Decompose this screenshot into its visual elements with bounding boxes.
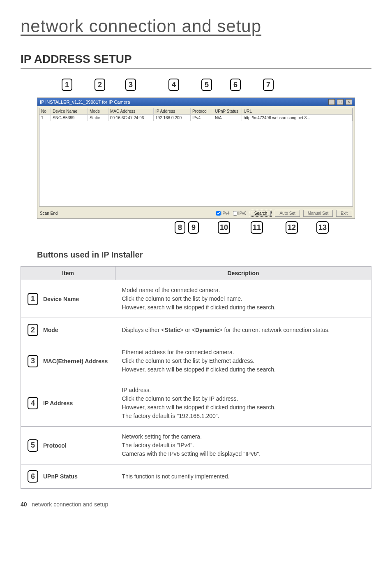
- col-proto-header[interactable]: Protocol: [191, 108, 213, 114]
- col-ip-header[interactable]: IP Address: [154, 108, 191, 114]
- row-number-icon: 3: [28, 355, 38, 367]
- desc-cell: Ethernet address for the connected camer…: [115, 342, 371, 380]
- ipv6-checkbox[interactable]: IPv6: [233, 211, 247, 216]
- col-device-header[interactable]: Device Name: [51, 108, 88, 114]
- item-cell: 4IP Address: [21, 380, 115, 427]
- cell-upnp: N/A: [213, 115, 242, 121]
- search-button[interactable]: Search: [250, 210, 272, 217]
- table-row: 2ModeDisplays either <Static> or <Dynami…: [21, 318, 371, 342]
- table-row: 4IP AddressIP address.Click the column t…: [21, 380, 371, 427]
- cell-url: http://m472496.websamsung.net:8...: [242, 115, 353, 121]
- callout-3: 3: [125, 79, 136, 91]
- exit-button[interactable]: Exit: [336, 210, 352, 217]
- callout-8: 8: [175, 221, 185, 234]
- autoset-button[interactable]: Auto Set: [275, 210, 300, 217]
- row-number-icon: 1: [28, 293, 38, 305]
- callout-4: 4: [168, 79, 179, 91]
- installer-window: IP INSTALLER_v1.21_090817 for IP Camera …: [37, 97, 355, 219]
- callout-6: 6: [230, 79, 241, 91]
- page-footer: 40_ network connection and setup: [21, 501, 371, 508]
- window-title: IP INSTALLER_v1.21_090817 for IP Camera: [40, 100, 130, 104]
- list-header: No Device Name Mode MAC Address IP Addre…: [39, 108, 353, 115]
- desc-cell: Displays either <Static> or <Dynamic> fo…: [115, 318, 371, 342]
- item-cell: 2Mode: [21, 318, 115, 342]
- cell-mode: Static: [88, 115, 108, 121]
- page-number: 40_: [21, 501, 30, 508]
- page-header: network connection and setup: [21, 16, 371, 36]
- callout-12: 12: [286, 221, 298, 234]
- cell-ip: 192.168.0.200: [154, 115, 191, 121]
- item-cell: 6UPnP Status: [21, 464, 115, 489]
- close-icon[interactable]: ×: [346, 99, 352, 105]
- item-cell: 1Device Name: [21, 280, 115, 318]
- col-mac-header[interactable]: MAC Address: [108, 108, 154, 114]
- callout-9: 9: [188, 221, 199, 234]
- row-number-icon: 4: [28, 397, 38, 409]
- table-row: 3MAC(Ethernet) AddressEthernet address f…: [21, 342, 371, 380]
- item-label: Mode: [43, 327, 58, 333]
- desc-cell: Network setting for the camera.The facto…: [115, 427, 371, 464]
- th-item: Item: [21, 267, 115, 280]
- table-row: 5ProtocolNetwork setting for the camera.…: [21, 427, 371, 464]
- callout-13: 13: [316, 221, 329, 234]
- cell-device: SNC-B5399: [51, 115, 88, 121]
- col-no-header[interactable]: No: [39, 108, 51, 114]
- list-row[interactable]: 1 SNC-B5399 Static 00:16:6C:47:24:96 192…: [39, 115, 353, 121]
- callout-7: 7: [263, 79, 274, 91]
- table-row: 1Device NameModel name of the connected …: [21, 280, 371, 318]
- desc-cell: Model name of the connected camera.Click…: [115, 280, 371, 318]
- cell-proto: IPv4: [191, 115, 213, 121]
- window-titlebar: IP INSTALLER_v1.21_090817 for IP Camera …: [37, 98, 355, 106]
- callout-11: 11: [251, 221, 263, 234]
- minimize-icon[interactable]: _: [328, 99, 335, 105]
- item-label: IP Address: [43, 400, 73, 406]
- col-upnp-header[interactable]: UPnP Status: [213, 108, 242, 114]
- item-label: Device Name: [43, 296, 79, 302]
- row-number-icon: 6: [28, 470, 38, 483]
- callout-1: 1: [62, 79, 72, 91]
- table-row: 6UPnP StatusThis function is not current…: [21, 464, 371, 489]
- ipv4-checkbox[interactable]: IPv4: [216, 211, 230, 216]
- window-controls: _ □ ×: [327, 99, 352, 105]
- desc-cell: IP address.Click the column to sort the …: [115, 380, 371, 427]
- section-title: IP ADDRESS SETUP: [21, 53, 371, 69]
- item-label: MAC(Ethernet) Address: [43, 358, 108, 364]
- col-mode-header[interactable]: Mode: [88, 108, 108, 114]
- manualset-button[interactable]: Manual Set: [303, 210, 333, 217]
- callout-5: 5: [201, 79, 212, 91]
- callout-10: 10: [218, 221, 230, 234]
- sub-heading: Buttons used in IP Installer: [37, 250, 371, 260]
- col-url-header[interactable]: URL: [242, 108, 353, 114]
- item-cell: 5Protocol: [21, 427, 115, 464]
- desc-cell: This function is not currently implement…: [115, 464, 371, 489]
- callout-2: 2: [95, 79, 105, 91]
- row-number-icon: 5: [28, 439, 38, 452]
- th-desc: Description: [115, 267, 371, 280]
- item-label: UPnP Status: [43, 473, 78, 480]
- description-table: Item Description 1Device NameModel name …: [21, 266, 371, 489]
- installer-screenshot: 1 2 3 4 5 6 7 IP INSTALLER_v1.21_090817 …: [37, 79, 355, 238]
- cell-no: 1: [39, 115, 51, 121]
- cell-mac: 00:16:6C:47:24:96: [108, 115, 154, 121]
- device-listview: No Device Name Mode MAC Address IP Addre…: [39, 108, 353, 207]
- item-cell: 3MAC(Ethernet) Address: [21, 342, 115, 380]
- scan-status: Scan End: [40, 211, 213, 216]
- status-bar: Scan End IPv4 IPv6 Search Auto Set Manua…: [37, 208, 355, 218]
- footer-text: network connection and setup: [32, 501, 108, 508]
- maximize-icon[interactable]: □: [337, 99, 344, 105]
- item-label: Protocol: [43, 442, 67, 449]
- row-number-icon: 2: [28, 324, 38, 336]
